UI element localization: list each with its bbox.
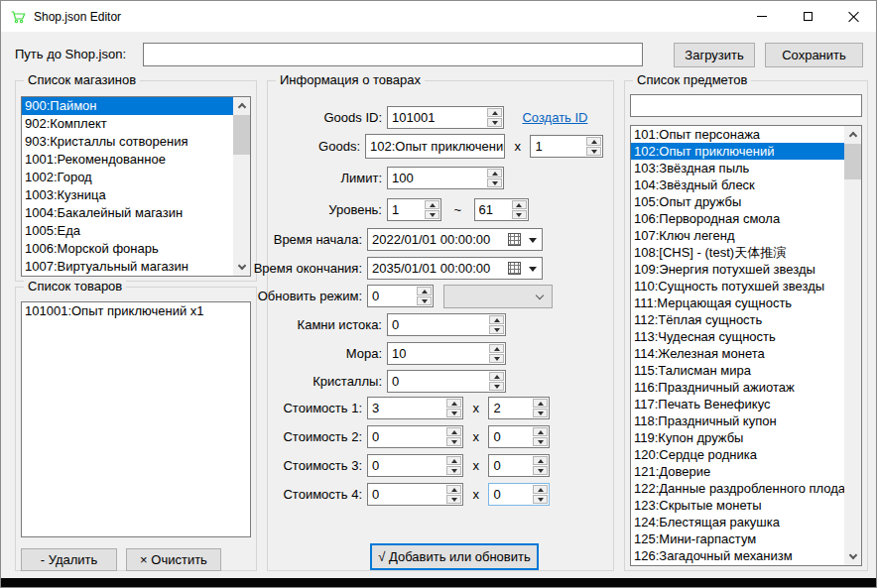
level-min-spinner[interactable]: 1: [387, 198, 441, 221]
spin-down-button[interactable]: [533, 466, 548, 475]
maximize-button[interactable]: [785, 1, 830, 32]
scroll-thumb[interactable]: [233, 115, 250, 155]
scroll-up-button[interactable]: [844, 126, 861, 143]
goods-count-spinner[interactable]: 1: [530, 135, 603, 158]
list-item[interactable]: 103:Звёздная пыль: [631, 160, 844, 176]
spin-down-button[interactable]: [446, 409, 461, 417]
crystals-spinner[interactable]: 0: [387, 370, 506, 393]
spin-up-button[interactable]: [586, 137, 601, 146]
list-item[interactable]: 903:Кристаллы сотворения: [22, 133, 233, 151]
list-item[interactable]: 101001:Опыт приключений x1: [22, 302, 250, 320]
list-item[interactable]: 118:Праздничный купон: [631, 412, 844, 429]
spin-down-button[interactable]: [586, 147, 601, 156]
close-button[interactable]: [830, 1, 876, 32]
spin-up-button[interactable]: [487, 108, 502, 117]
spin-down-button[interactable]: [417, 296, 432, 305]
scroll-up-button[interactable]: [233, 97, 250, 114]
list-item[interactable]: 124:Блестящая ракушка: [631, 514, 844, 530]
list-item[interactable]: 120:Сердце родника: [631, 446, 844, 463]
refresh-mode-spinner[interactable]: 0: [367, 285, 434, 307]
list-item[interactable]: 1001:Рекомендованное: [22, 151, 233, 169]
list-item[interactable]: 123:Скрытые монеты: [631, 497, 844, 514]
list-item[interactable]: 1004:Бакалейный магазин: [22, 204, 233, 222]
spin-up-button[interactable]: [489, 372, 504, 381]
mora-spinner[interactable]: 10: [387, 342, 506, 365]
spin-down-button[interactable]: [487, 118, 502, 127]
shops-scrollbar[interactable]: [233, 97, 250, 276]
end-time-picker[interactable]: 2035/01/01 00:00:00: [367, 257, 543, 280]
primogems-spinner[interactable]: 0: [387, 313, 506, 336]
spin-up-button[interactable]: [512, 200, 527, 209]
spin-down-button[interactable]: [446, 466, 461, 475]
list-item[interactable]: 900:Паймон: [22, 97, 233, 115]
save-button[interactable]: Сохранить: [765, 43, 863, 67]
list-item[interactable]: 101:Опыт персонажа: [631, 126, 844, 143]
list-item[interactable]: 110:Сущность потухшей звезды: [631, 278, 844, 294]
spin-up-button[interactable]: [533, 485, 548, 494]
cost3-count-spinner[interactable]: 0: [488, 454, 550, 477]
list-item[interactable]: 1003:Кузница: [22, 186, 233, 204]
spin-down-button[interactable]: [487, 178, 502, 187]
list-item[interactable]: 1005:Еда: [22, 222, 233, 240]
limit-spinner[interactable]: 100: [387, 167, 504, 189]
spin-up-button[interactable]: [489, 315, 504, 324]
list-item[interactable]: 102:Опыт приключений: [631, 143, 844, 160]
list-item[interactable]: 112:Тёплая сущность: [631, 311, 844, 328]
spin-up-button[interactable]: [533, 399, 548, 408]
level-max-spinner[interactable]: 61: [474, 198, 529, 221]
items-scrollbar[interactable]: [844, 126, 861, 565]
list-item[interactable]: 1007:Виртуальный магазин: [22, 258, 233, 276]
minimize-button[interactable]: [739, 1, 785, 32]
scroll-thumb[interactable]: [844, 144, 861, 179]
spin-down-button[interactable]: [489, 354, 504, 363]
list-item[interactable]: 119:Купон дружбы: [631, 429, 844, 446]
clear-button[interactable]: × Очистить: [126, 548, 221, 571]
spin-down-button[interactable]: [489, 382, 504, 391]
cost4-id-spinner[interactable]: 0: [367, 483, 463, 506]
list-item[interactable]: 111:Мерцающая сущность: [631, 294, 844, 311]
spin-down-button[interactable]: [425, 210, 439, 219]
cost4-count-spinner[interactable]: 0: [488, 483, 550, 506]
spin-up-button[interactable]: [446, 399, 461, 408]
spin-up-button[interactable]: [533, 456, 548, 465]
list-item[interactable]: 107:Ключ легенд: [631, 227, 844, 244]
spin-up-button[interactable]: [446, 427, 461, 436]
spin-down-button[interactable]: [446, 437, 461, 446]
list-item[interactable]: 1006:Морской фонарь: [22, 240, 233, 258]
spin-down-button[interactable]: [533, 409, 548, 417]
spin-down-button[interactable]: [512, 210, 527, 219]
list-item[interactable]: 108:[CHS] - (test)天体推演: [631, 244, 844, 261]
spin-down-button[interactable]: [489, 325, 504, 334]
spin-down-button[interactable]: [533, 437, 548, 446]
cost3-id-spinner[interactable]: 0: [367, 454, 463, 477]
goods-id-spinner[interactable]: 101001: [387, 106, 504, 129]
scroll-down-button[interactable]: [844, 548, 861, 565]
spin-up-button[interactable]: [446, 485, 461, 494]
list-item[interactable]: 115:Талисман мира: [631, 362, 844, 379]
begin-time-picker[interactable]: 2022/01/01 00:00:00: [367, 228, 543, 251]
add-or-update-button[interactable]: √ Добавить или обновить: [370, 543, 539, 570]
cost1-count-spinner[interactable]: 2: [488, 397, 550, 419]
list-item[interactable]: 105:Опыт дружбы: [631, 193, 844, 210]
list-item[interactable]: 109:Энергия потухшей звезды: [631, 261, 844, 278]
cost2-count-spinner[interactable]: 0: [488, 425, 550, 448]
spin-up-button[interactable]: [487, 169, 502, 177]
items-search-input[interactable]: [630, 94, 862, 117]
list-item[interactable]: 106:Первородная смола: [631, 210, 844, 227]
list-item[interactable]: 117:Печать Венефикус: [631, 396, 844, 412]
list-item[interactable]: 116:Праздничный ажиотаж: [631, 379, 844, 396]
cost2-id-spinner[interactable]: 0: [367, 425, 463, 448]
list-item[interactable]: 113:Чудесная сущность: [631, 328, 844, 345]
spin-up-button[interactable]: [446, 456, 461, 465]
list-item[interactable]: 121:Доверие: [631, 463, 844, 480]
spin-up-button[interactable]: [417, 287, 432, 295]
delete-button[interactable]: - Удалить: [21, 548, 117, 571]
load-button[interactable]: Загрузить: [674, 43, 755, 67]
spin-up-button[interactable]: [489, 344, 504, 353]
cost1-id-spinner[interactable]: 3: [367, 397, 463, 419]
spin-up-button[interactable]: [533, 427, 548, 436]
list-item[interactable]: 125:Мини-гарпастум: [631, 530, 844, 547]
list-item[interactable]: 1002:Город: [22, 169, 233, 186]
create-id-link[interactable]: Создать ID: [522, 106, 587, 129]
goods-textbox[interactable]: 102:Опыт приключений: [365, 134, 505, 159]
